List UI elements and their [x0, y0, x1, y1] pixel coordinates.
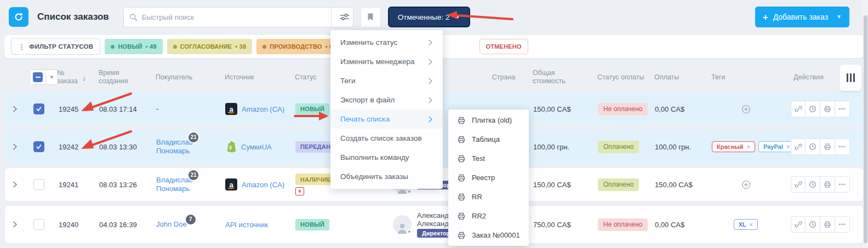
row-actions: ••• [787, 139, 863, 155]
print-button[interactable] [820, 216, 835, 233]
expand-row-icon[interactable] [5, 181, 24, 188]
order-number[interactable]: 19242 [54, 143, 99, 151]
menu-item-change-status[interactable]: Изменить статус [330, 33, 443, 52]
status-filter-button[interactable]: ⋮ ФИЛЬТР СТАТУСОВ [11, 38, 100, 55]
link-icon [795, 221, 802, 228]
add-tag-icon[interactable] [741, 180, 751, 189]
header-order-no[interactable]: №заказа ↓ [54, 69, 99, 85]
print-template-item[interactable]: Реестр [448, 168, 529, 187]
print-template-item[interactable]: Заказ №00001 [448, 226, 529, 245]
history-button[interactable] [806, 176, 820, 193]
order-number[interactable]: 19241 [54, 181, 99, 189]
select-all-checkbox[interactable] [30, 70, 46, 84]
tag-chip[interactable]: XL× [734, 219, 758, 230]
print-template-item[interactable]: Таблица [448, 130, 529, 149]
print-button[interactable] [820, 176, 835, 193]
menu-item-print-list[interactable]: Печать списка [330, 109, 443, 129]
remove-tag-icon[interactable]: × [786, 143, 790, 150]
order-status-chip[interactable]: НОВЫЙ [295, 219, 329, 230]
header-pay-status: Статус оплаты [581, 73, 646, 82]
order-source-link[interactable]: API источник [225, 221, 295, 229]
order-source-link[interactable]: a Amazon (CA) [225, 103, 295, 115]
menu-item-merge-orders[interactable]: Объединить заказы [330, 167, 443, 186]
row-checkbox-checked[interactable] [33, 141, 44, 152]
printer-icon [457, 135, 466, 144]
expand-row-icon[interactable] [5, 106, 24, 112]
header-total: Общаястоимость [526, 69, 581, 85]
column-settings-button[interactable] [840, 65, 861, 91]
header-country: Страна [481, 73, 526, 82]
page-title: Список заказов [37, 11, 109, 22]
printer-icon [824, 221, 831, 228]
caret-down-icon: ▼ [455, 14, 460, 20]
print-button[interactable] [820, 139, 835, 155]
add-order-button[interactable]: + Добавить заказ ▼ [755, 7, 849, 27]
expand-row-icon[interactable] [5, 221, 24, 228]
copy-link-button[interactable] [791, 216, 806, 233]
history-button[interactable] [806, 139, 820, 155]
row-actions: ••• [787, 216, 863, 233]
order-total: 150,00 CA$ [527, 181, 581, 189]
payments-amount: 0,00 CA$ [646, 221, 704, 229]
copy-link-button[interactable] [791, 101, 806, 117]
print-button[interactable] [820, 101, 835, 117]
caret-down-icon[interactable]: ▼ [836, 14, 842, 20]
remove-tag-icon[interactable]: × [750, 221, 753, 228]
status-chip-approval[interactable]: СОГЛАСОВАНИЕ38 [167, 39, 253, 54]
status-dot-icon [262, 45, 266, 49]
order-number[interactable]: 19240 [54, 221, 99, 229]
buyer-link[interactable]: John Doe7 [156, 220, 187, 228]
marked-orders-button[interactable]: Отмеченные: 2 ▼ [388, 7, 471, 27]
print-template-item[interactable]: RR [448, 187, 529, 206]
copy-link-button[interactable] [791, 176, 806, 193]
menu-item-run-command[interactable]: Выполнить команду [330, 148, 443, 167]
more-actions-button[interactable]: ••• [835, 216, 850, 233]
order-source-link[interactable]: a Amazon (CA) [225, 178, 295, 191]
order-number[interactable]: 19245 [54, 105, 99, 113]
refresh-button[interactable] [9, 7, 28, 27]
payments-amount: 150,00 CA$ [646, 181, 704, 189]
order-total: 750,00 CA$ [527, 221, 581, 229]
remove-tag-icon[interactable]: × [746, 143, 750, 150]
top-bar: Список заказов Отмеченные: 2 ▼ + Добавит… [0, 0, 868, 34]
more-actions-button[interactable]: ••• [835, 176, 850, 193]
print-template-item[interactable]: Test [448, 149, 529, 168]
history-button[interactable] [806, 101, 820, 117]
print-template-item[interactable]: Плитка (old) [448, 111, 529, 130]
buyer-link[interactable]: ВладиславПономарь21 [156, 176, 193, 193]
sliders-icon [334, 13, 350, 21]
history-button[interactable] [806, 216, 820, 233]
vertical-scrollbar [863, 0, 868, 248]
pay-status-badge: Не оплачено [598, 218, 648, 231]
sort-desc-icon[interactable]: ↓ [82, 73, 87, 82]
order-status-chip[interactable]: НОВЫЙ [295, 103, 329, 115]
status-chip-cancelled[interactable]: ОТМЕНЕНО [479, 39, 528, 54]
table-row: 19240 04.03 16:39 John Doe7 API источник… [4, 205, 864, 244]
menu-item-export[interactable]: Экспорт в файл [330, 90, 443, 109]
status-chip-production[interactable]: ПРОИЗВОДСТВО67 [256, 39, 342, 54]
copy-link-button[interactable] [791, 139, 806, 155]
svg-text:S: S [229, 145, 232, 151]
pay-status-badge: Оплачено [598, 141, 639, 153]
more-actions-button[interactable]: ••• [835, 101, 850, 117]
search-input[interactable] [138, 13, 331, 21]
order-source-link[interactable]: S СумкиUA [225, 141, 295, 153]
scrollbar-thumb[interactable] [864, 15, 867, 243]
filter-settings-button[interactable] [331, 8, 353, 27]
add-tag-icon[interactable] [741, 105, 751, 114]
row-checkbox-checked[interactable] [33, 103, 44, 114]
menu-item-tags[interactable]: Теги [330, 71, 443, 90]
header-buyer: Покупатель [156, 73, 225, 82]
row-checkbox[interactable] [33, 179, 44, 190]
expand-row-icon[interactable] [5, 143, 24, 150]
buyer-link[interactable]: ВладиславПономарь21 [156, 138, 193, 155]
more-actions-button[interactable]: ••• [835, 139, 850, 155]
status-chip-new[interactable]: НОВЫЙ49 [105, 39, 162, 54]
menu-item-create-order-list[interactable]: Создать список заказов [330, 129, 443, 148]
tag-chip[interactable]: Красный× [712, 141, 755, 152]
print-template-item[interactable]: RR2 [448, 206, 529, 226]
menu-item-change-manager[interactable]: Изменить менеджера [330, 52, 443, 71]
row-checkbox[interactable] [33, 219, 44, 230]
bookmark-button[interactable] [361, 7, 381, 27]
more-icon: ••• [839, 106, 846, 112]
